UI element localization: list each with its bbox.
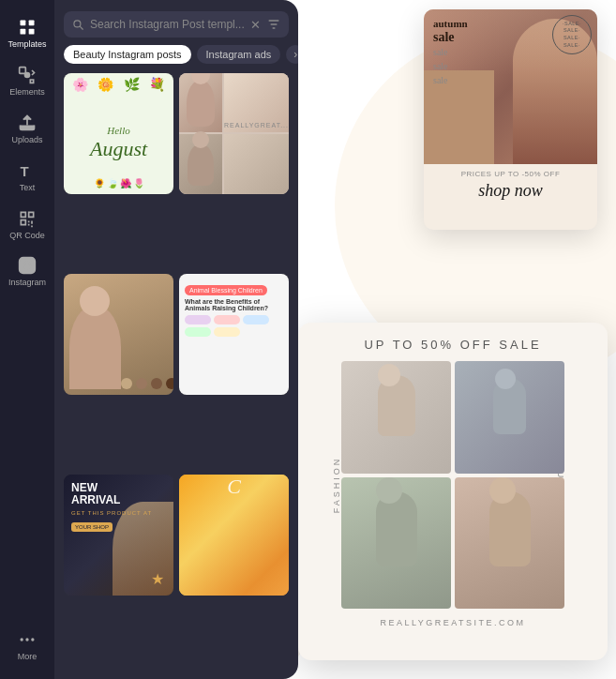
search-bar: ✕ xyxy=(64,11,289,38)
main-container: Templates Elements Uploads T Text QR Cod… xyxy=(0,0,616,679)
fashion-grid-bottom-row xyxy=(341,477,564,609)
elements-icon xyxy=(17,65,38,85)
upload-icon xyxy=(17,113,38,133)
benefits-blobs xyxy=(185,315,283,337)
sidebar-item-templates[interactable]: Templates xyxy=(3,11,52,55)
svg-point-11 xyxy=(21,638,23,641)
sale-label-4: sale xyxy=(433,73,468,87)
card-brown-inner xyxy=(64,274,173,395)
text-icon: T xyxy=(17,160,38,181)
sidebar-item-elements-label: Elements xyxy=(9,88,45,98)
circle-sale-badge: ·SALE·SALE·SALE·SALE· xyxy=(552,15,592,54)
svg-rect-0 xyxy=(21,21,26,26)
sidebar-item-uploads-label: Uploads xyxy=(11,136,42,145)
preview-bottom-footer: REALLYGREATSITE.COM xyxy=(313,618,593,627)
sidebar-item-more-label: More xyxy=(18,653,38,662)
sidebar-item-text[interactable]: T Text xyxy=(3,155,52,199)
search-input[interactable] xyxy=(90,18,245,31)
new-arrival-label: NEWARRIVAL xyxy=(71,482,152,506)
fashion-cell-3 xyxy=(179,134,222,193)
grid-icon xyxy=(17,17,38,38)
shop-now-text: shop now xyxy=(478,181,543,201)
card-benefits-inner: Animal Blessing Children What are the Be… xyxy=(179,274,289,395)
sidebar-item-uploads[interactable]: Uploads xyxy=(3,107,52,151)
template-card-yellow[interactable]: C xyxy=(179,475,289,596)
sidebar-item-instagram-label: Instagram xyxy=(8,279,46,288)
svg-point-12 xyxy=(25,638,28,641)
svg-text:T: T xyxy=(21,163,29,179)
sidebar-item-instagram[interactable]: Instagram xyxy=(3,249,52,294)
new-arrival-badge: YOUR SHOP xyxy=(71,522,113,532)
sale-label-3: sale xyxy=(433,59,468,73)
sidebar: Templates Elements Uploads T Text QR Cod… xyxy=(0,0,54,679)
template-card-benefits[interactable]: Animal Blessing Children What are the Be… xyxy=(179,274,289,395)
template-panel: ✕ Beauty Instagram posts Instagram ads ›… xyxy=(54,0,298,679)
svg-point-13 xyxy=(31,638,34,641)
sale-label-1: sale xyxy=(433,30,468,45)
filter-tab-next-arrow[interactable]: › xyxy=(286,45,298,64)
fashion-grid xyxy=(341,361,564,609)
sidebar-item-qrcode[interactable]: QR Code xyxy=(3,203,52,247)
sidebar-item-qrcode-label: QR Code xyxy=(9,232,45,241)
canvas-area: autumn sale sale sale sale ·SALE·SALE·SA… xyxy=(298,0,616,679)
sidebar-item-elements[interactable]: Elements xyxy=(3,59,52,103)
filter-tabs: Beauty Instagram posts Instagram ads › xyxy=(54,45,298,64)
fashion-cell-4 xyxy=(224,134,289,193)
hello-text: Hello xyxy=(90,125,147,137)
svg-rect-2 xyxy=(21,29,26,35)
svg-rect-5 xyxy=(20,68,26,74)
preview-bottom-card[interactable]: UP TO 50% OFF SALE FASHION AUTUMN '22 xyxy=(298,323,608,660)
filter-tab-instagram-ads[interactable]: Instagram ads xyxy=(197,45,281,64)
search-icon xyxy=(71,18,84,31)
flowers-decoration: 🌸 🌼 🌿 💐 xyxy=(68,77,170,92)
more-icon xyxy=(17,629,38,650)
fashion-side-text-left: FASHION xyxy=(332,457,341,514)
fashion-grid-container: FASHION AUTUMN '22 xyxy=(313,361,593,609)
prices-text: PRICES UP TO -50% OFF xyxy=(461,170,561,178)
filter-icon[interactable] xyxy=(266,17,281,32)
card-fashion-inner: REALLYGREAT... xyxy=(179,73,289,194)
card-hello-inner: 🌸 🌼 🌿 💐 Hello August 🌻 🍃 🌺 🌷 xyxy=(64,73,173,194)
sidebar-item-templates-label: Templates xyxy=(8,40,46,50)
template-card-hello-august[interactable]: 🌸 🌼 🌿 💐 Hello August 🌻 🍃 🌺 🌷 xyxy=(64,73,173,194)
fashion-cell-1 xyxy=(179,73,222,132)
search-clear-button[interactable]: ✕ xyxy=(250,18,261,32)
preview-top-image: autumn sale sale sale sale ·SALE·SALE·SA… xyxy=(424,9,597,164)
template-card-brown-fashion[interactable] xyxy=(64,274,173,395)
autumn-text-overlay: autumn sale sale sale sale xyxy=(433,17,468,87)
svg-rect-3 xyxy=(29,29,35,35)
fashion-grid-cell-1 xyxy=(341,361,451,474)
fashion-grid-cell-4 xyxy=(455,477,564,609)
preview-top-bottom: PRICES UP TO -50% OFF shop now xyxy=(424,164,597,206)
card-yellow-inner: C xyxy=(179,475,289,596)
sidebar-item-text-label: Text xyxy=(20,184,36,193)
preview-bottom-title: UP TO 50% OFF SALE xyxy=(313,338,593,352)
august-text: August xyxy=(90,137,147,161)
qr-icon xyxy=(17,208,38,229)
instagram-icon xyxy=(17,255,38,276)
autumn-label: autumn xyxy=(433,17,468,30)
svg-point-10 xyxy=(31,261,32,262)
preview-top-card[interactable]: autumn sale sale sale sale ·SALE·SALE·SA… xyxy=(424,9,597,230)
sale-label-2: sale xyxy=(433,45,468,59)
template-grid: 🌸 🌼 🌿 💐 Hello August 🌻 🍃 🌺 🌷 xyxy=(54,73,298,679)
template-card-fashion-grid[interactable]: REALLYGREAT... xyxy=(179,73,289,194)
benefits-badge: Animal Blessing Children xyxy=(185,285,267,295)
filter-tab-beauty[interactable]: Beauty Instagram posts xyxy=(64,45,191,64)
benefits-title: What are the Benefits ofAnimals Raising … xyxy=(185,298,283,311)
circle-badge-text: ·SALE·SALE·SALE·SALE· xyxy=(561,19,583,52)
arrival-star-icon: ★ xyxy=(151,570,164,588)
sidebar-item-more[interactable]: More xyxy=(3,624,52,668)
fashion-grid-cell-2 xyxy=(455,361,564,474)
svg-point-9 xyxy=(24,263,31,269)
svg-rect-1 xyxy=(29,21,35,26)
fashion-grid-cell-3 xyxy=(341,477,451,609)
fashion-cell-2: REALLYGREAT... xyxy=(224,73,289,132)
new-arrival-sub: GET THIS PRODUCT AT xyxy=(71,510,152,516)
card-arrival-inner: NEWARRIVAL GET THIS PRODUCT AT YOUR SHOP… xyxy=(64,475,173,596)
template-card-new-arrival[interactable]: NEWARRIVAL GET THIS PRODUCT AT YOUR SHOP… xyxy=(64,475,173,596)
